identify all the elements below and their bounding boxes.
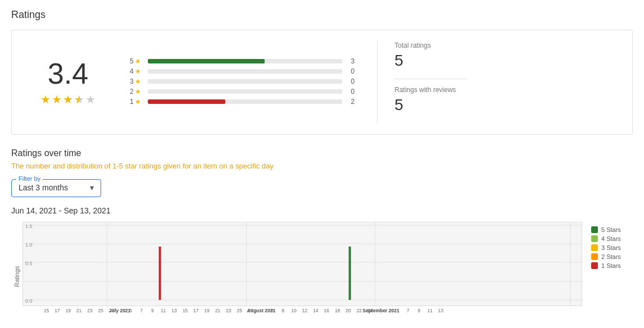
bar-row-2: 2★ 0: [130, 88, 355, 95]
x-axis: 15 17 19 21 23 25 27 July 2021 5 7 9 11: [38, 306, 582, 328]
reviews-label: Ratings with reviews: [394, 86, 467, 94]
svg-text:14: 14: [313, 308, 319, 313]
bar-track-5: [148, 59, 342, 63]
date-range: Jun 14, 2021 - Sep 13, 2021: [11, 206, 633, 215]
svg-text:7: 7: [407, 308, 410, 313]
bar-label-2: 2★: [130, 88, 143, 95]
svg-text:21: 21: [215, 308, 221, 313]
svg-text:6: 6: [271, 308, 274, 313]
legend-5stars: 5 Stars: [591, 226, 633, 233]
svg-text:21: 21: [76, 308, 82, 313]
legend-color-5stars: [591, 226, 598, 233]
svg-text:17: 17: [193, 308, 199, 313]
bar-track-3: [148, 79, 342, 84]
svg-text:17: 17: [55, 308, 60, 313]
legend-1star: 1 Stars: [591, 262, 633, 269]
svg-text:1.5: 1.5: [25, 224, 33, 229]
bar-fill-1: [148, 99, 225, 104]
legend-color-3stars: [591, 244, 598, 251]
svg-text:15: 15: [44, 308, 49, 313]
svg-text:25: 25: [98, 308, 104, 313]
reviews-value: 5: [394, 96, 467, 114]
bar-label-4: 4★: [130, 67, 143, 75]
chart-bar-green: [348, 247, 351, 300]
svg-text:9: 9: [418, 308, 420, 313]
bar-track-2: [148, 89, 342, 94]
svg-text:13: 13: [171, 308, 177, 313]
svg-text:1.0: 1.0: [25, 242, 33, 248]
svg-text:18: 18: [335, 308, 341, 313]
average-rating-number: 3.4: [29, 59, 107, 88]
svg-text:20: 20: [346, 308, 351, 313]
svg-text:19: 19: [66, 308, 71, 313]
bar-count-2: 0: [347, 88, 355, 95]
chart-bar-red: [159, 247, 161, 300]
ratings-stats: Total ratings 5 Ratings with reviews 5: [377, 42, 467, 123]
star-4: ★: [74, 93, 84, 106]
filter-legend: Filter by: [16, 175, 43, 182]
svg-text:23: 23: [87, 308, 93, 313]
bar-label-3: 3★: [130, 78, 143, 85]
total-ratings-stat: Total ratings 5: [394, 42, 467, 70]
average-rating-section: 3.4 ★ ★ ★ ★ ★: [29, 59, 107, 106]
chart-legend: 5 Stars 4 Stars 3 Stars 2 Stars 1 Stars: [582, 222, 633, 328]
rating-bars: 5★ 3 4★ 0 3★: [130, 57, 355, 108]
legend-label-2stars: 2 Stars: [601, 253, 621, 260]
star-3: ★: [63, 93, 73, 106]
star-5: ★: [85, 93, 96, 106]
bar-count-4: 0: [347, 67, 355, 75]
bar-row-5: 5★ 3: [130, 57, 355, 65]
svg-text:5: 5: [129, 308, 132, 313]
svg-text:11: 11: [161, 308, 166, 313]
legend-color-1star: [591, 262, 598, 269]
filter-select-row: Last 3 months ▾: [19, 183, 94, 192]
bar-count-5: 3: [347, 57, 355, 65]
bar-count-1: 2: [347, 98, 355, 106]
svg-text:13: 13: [438, 308, 444, 313]
svg-text:23: 23: [226, 308, 232, 313]
chart-area: Ratings 1.5 1.0 0.5 0.0: [11, 222, 633, 328]
bar-row-3: 3★ 0: [130, 78, 355, 85]
star-1: ★: [40, 93, 51, 106]
svg-text:12: 12: [302, 308, 308, 313]
reviews-stat: Ratings with reviews 5: [394, 86, 467, 114]
svg-text:19: 19: [204, 308, 210, 313]
svg-text:0.5: 0.5: [25, 261, 33, 266]
legend-2stars: 2 Stars: [591, 253, 633, 260]
chart-grid: 1.5 1.0 0.5 0.0: [22, 222, 582, 306]
legend-3stars: 3 Stars: [591, 244, 633, 251]
ratings-card: 3.4 ★ ★ ★ ★ ★ 5★ 3 4★: [11, 30, 633, 135]
legend-label-4stars: 4 Stars: [601, 235, 621, 242]
filter-dropdown[interactable]: Filter by Last 3 months ▾: [11, 179, 101, 197]
over-time-title: Ratings over time: [11, 148, 633, 158]
filter-value: Last 3 months: [19, 183, 68, 192]
svg-text:15: 15: [183, 308, 188, 313]
bar-track-1: [148, 99, 342, 104]
bar-track-4: [148, 69, 342, 74]
total-ratings-label: Total ratings: [394, 42, 467, 49]
bar-fill-5: [148, 59, 265, 63]
chevron-down-icon: ▾: [90, 183, 94, 192]
page-title: Ratings: [11, 9, 633, 21]
bar-count-3: 0: [347, 78, 355, 85]
svg-text:25: 25: [237, 308, 242, 313]
svg-text:16: 16: [324, 308, 329, 313]
chart-svg: 1.5 1.0 0.5 0.0: [23, 222, 582, 307]
svg-text:September 2021: September 2021: [362, 308, 399, 313]
legend-label-3stars: 3 Stars: [601, 244, 621, 251]
legend-color-4stars: [591, 235, 598, 242]
svg-text:8: 8: [282, 308, 284, 313]
stars-display: ★ ★ ★ ★ ★: [29, 93, 107, 106]
svg-text:July 2021: July 2021: [109, 308, 131, 313]
ratings-over-time-section: Ratings over time The number and distrib…: [11, 148, 633, 328]
chart-main: 1.5 1.0 0.5 0.0: [22, 222, 582, 328]
svg-text:11: 11: [427, 308, 433, 313]
legend-label-1star: 1 Stars: [601, 262, 621, 269]
svg-text:22: 22: [356, 308, 362, 313]
svg-text:9: 9: [151, 308, 154, 313]
x-axis-svg: 15 17 19 21 23 25 27 July 2021 5 7 9 11: [38, 306, 582, 328]
bar-row-1: 1★ 2: [130, 98, 355, 106]
y-axis-label: Ratings: [11, 222, 22, 328]
total-ratings-value: 5: [394, 52, 467, 70]
svg-text:10: 10: [291, 308, 297, 313]
